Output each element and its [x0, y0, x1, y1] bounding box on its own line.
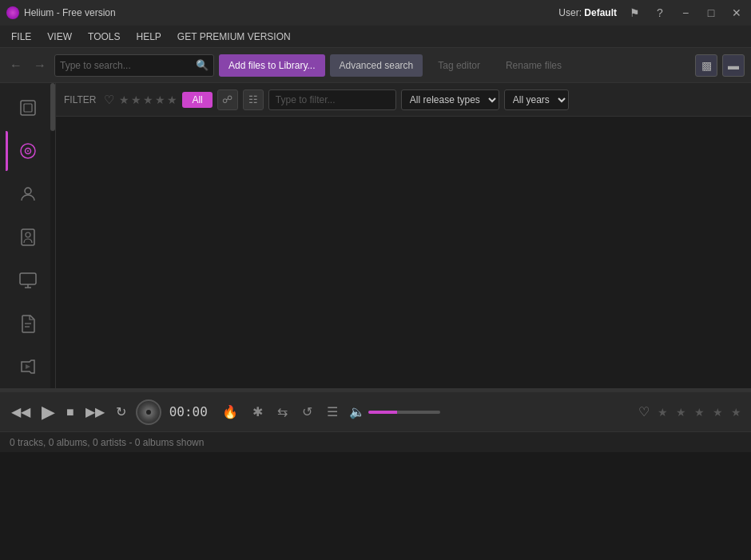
- player-star-1[interactable]: ★: [658, 406, 668, 419]
- close-button[interactable]: ✕: [729, 5, 745, 21]
- menu-tools[interactable]: TOOLS: [80, 28, 128, 46]
- player-star-4[interactable]: ★: [713, 406, 723, 419]
- filter-list-button[interactable]: ☷: [243, 89, 264, 110]
- stop-button[interactable]: ■: [65, 403, 76, 421]
- search-box: 🔍: [54, 54, 214, 77]
- tag-editor-button[interactable]: Tag editor: [427, 54, 491, 77]
- search-input[interactable]: [60, 60, 196, 71]
- sidebar-nav: [0, 83, 56, 388]
- menu-premium[interactable]: GET PREMIUM VERSION: [169, 28, 299, 46]
- asterisk-button[interactable]: ✱: [249, 403, 266, 421]
- next-button[interactable]: ▶▶: [84, 403, 106, 421]
- status-bar: 0 tracks, 0 albums, 0 artists - 0 albums…: [0, 431, 751, 452]
- time-display: 00:00: [169, 404, 211, 419]
- layout-toggle-2[interactable]: ▬: [722, 54, 745, 77]
- svg-point-7: [26, 232, 30, 237]
- filter-stars[interactable]: ★ ★ ★ ★ ★: [119, 93, 177, 106]
- shuffle-button[interactable]: ⇆: [274, 403, 291, 421]
- help-icon[interactable]: ?: [652, 5, 668, 21]
- player-bar: ◀◀ ▶ ■ ▶▶ ↻ 00:00 🔥 ✱ ⇆ ↺ ☰ 🔈 ♡ ★ ★ ★ ★ …: [0, 391, 751, 431]
- titlebar-left: Helium - Free version: [6, 6, 116, 19]
- sidebar-item-radio[interactable]: [6, 131, 50, 171]
- player-star-5[interactable]: ★: [731, 406, 741, 419]
- menu-button[interactable]: ☰: [324, 403, 341, 421]
- repeat-button[interactable]: ↻: [114, 403, 128, 421]
- back-button[interactable]: ←: [6, 57, 26, 74]
- library-content: [56, 117, 751, 388]
- add-files-button[interactable]: Add files to Library...: [219, 54, 325, 77]
- svg-marker-11: [26, 364, 30, 369]
- sidebar-item-docs[interactable]: [6, 304, 50, 344]
- loop-button[interactable]: ↺: [299, 403, 316, 421]
- filter-heart-icon[interactable]: ♡: [104, 93, 114, 107]
- sidebar-scrollbar-thumb: [50, 83, 55, 131]
- disk-icon: [136, 399, 161, 425]
- progress-bar-container[interactable]: [0, 388, 751, 391]
- star-4[interactable]: ★: [155, 93, 165, 106]
- volume-section: 🔈: [349, 404, 440, 419]
- svg-point-5: [25, 188, 31, 194]
- star-3[interactable]: ★: [143, 93, 153, 106]
- svg-point-4: [27, 150, 29, 152]
- toolbar: ← → 🔍 Add files to Library... Advanced s…: [0, 48, 751, 83]
- filter-covers-button[interactable]: ☍: [217, 89, 238, 110]
- svg-rect-1: [24, 104, 32, 112]
- player-heart-button[interactable]: ♡: [638, 404, 650, 419]
- sidebar-item-contacts[interactable]: [6, 217, 50, 257]
- menubar: FILE VIEW TOOLS HELP GET PREMIUM VERSION: [0, 26, 751, 48]
- filter-label: FILTER: [64, 94, 96, 105]
- user-label: User: Default: [558, 7, 617, 18]
- layout-toggle-1[interactable]: ▩: [695, 54, 717, 77]
- filter-all-button[interactable]: All: [182, 92, 212, 108]
- forward-button[interactable]: →: [30, 57, 50, 74]
- svg-rect-8: [20, 273, 36, 284]
- flag-icon[interactable]: ⚑: [626, 5, 642, 21]
- search-icon: 🔍: [196, 59, 209, 71]
- play-button[interactable]: ▶: [40, 400, 57, 424]
- maximize-button[interactable]: □: [703, 5, 719, 21]
- rename-files-button[interactable]: Rename files: [495, 54, 572, 77]
- star-2[interactable]: ★: [131, 93, 141, 106]
- sidebar-item-albums[interactable]: [6, 88, 50, 128]
- menu-view[interactable]: VIEW: [39, 28, 80, 46]
- player-star-2[interactable]: ★: [676, 406, 686, 419]
- sidebar-item-video[interactable]: [6, 347, 50, 387]
- minimize-button[interactable]: −: [677, 5, 693, 21]
- flame-button[interactable]: 🔥: [219, 403, 241, 421]
- advanced-search-button[interactable]: Advanced search: [330, 54, 423, 77]
- content-area: FILTER ♡ ★ ★ ★ ★ ★ All ☍ ☷ All release t…: [56, 83, 751, 388]
- release-type-select[interactable]: All release types Album Single EP Compil…: [401, 89, 499, 110]
- year-select[interactable]: All years 2024 2023 2022 2021 2020: [504, 89, 569, 110]
- star-1[interactable]: ★: [119, 93, 129, 106]
- titlebar: Helium - Free version User: Default ⚑ ? …: [0, 0, 751, 26]
- volume-icon: 🔈: [349, 404, 365, 419]
- previous-button[interactable]: ◀◀: [10, 403, 32, 421]
- sidebar-item-artists[interactable]: [6, 174, 50, 214]
- menu-file[interactable]: FILE: [3, 28, 39, 46]
- volume-slider[interactable]: [368, 411, 440, 414]
- sidebar: [0, 83, 56, 388]
- titlebar-right: User: Default ⚑ ? − □ ✕: [558, 5, 745, 21]
- content-wrapper: FILTER ♡ ★ ★ ★ ★ ★ All ☍ ☷ All release t…: [0, 83, 751, 388]
- sidebar-item-monitor[interactable]: [6, 260, 50, 300]
- svg-rect-0: [21, 101, 35, 115]
- filter-text-input[interactable]: [268, 89, 396, 110]
- menu-help[interactable]: HELP: [128, 28, 169, 46]
- disk-center: [146, 410, 151, 415]
- app-title: Helium - Free version: [24, 7, 116, 18]
- app-icon: [6, 6, 19, 19]
- sidebar-scrollbar[interactable]: [50, 83, 55, 388]
- filter-bar: FILTER ♡ ★ ★ ★ ★ ★ All ☍ ☷ All release t…: [56, 83, 751, 117]
- player-star-3[interactable]: ★: [694, 406, 705, 419]
- star-5[interactable]: ★: [167, 93, 177, 106]
- status-text: 0 tracks, 0 albums, 0 artists - 0 albums…: [10, 437, 204, 448]
